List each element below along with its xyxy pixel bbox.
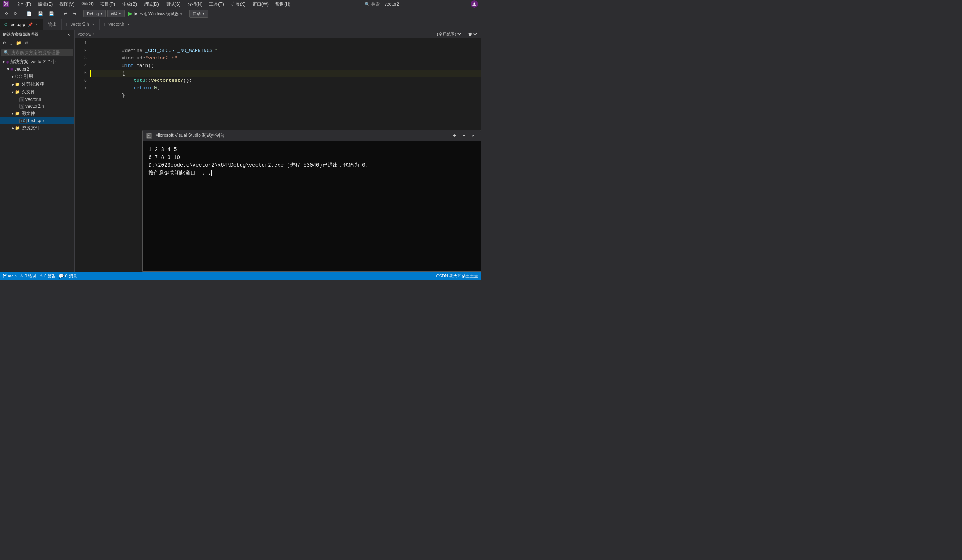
console-window: Microsoft Visual Studio 调试控制台 + ▾ × 1 2 … (142, 130, 481, 272)
console-add-tab-btn[interactable]: + (450, 132, 458, 140)
tab-close-vectorh[interactable]: × (126, 22, 130, 27)
solution-arrow: ▼ (2, 60, 6, 64)
sync-btn[interactable]: ⟳ (2, 40, 8, 47)
platform-dropdown[interactable]: x64 ▾ (107, 10, 124, 17)
refs-label: 引用 (24, 73, 33, 80)
status-bar: main ⚠ 0 错误 ⚠ 0 警告 💬 0 消息 CSDN @大耳朵土土生 (0, 272, 481, 280)
tab-vector2h[interactable]: h vector2.h × (62, 19, 100, 29)
menu-test[interactable]: 测试(S) (163, 0, 184, 8)
collapse-sidebar-btn[interactable]: — (58, 31, 65, 37)
tree-refs[interactable]: ▶ ⬡⬡ 引用 (0, 72, 74, 80)
properties-btn[interactable]: ⚙ (24, 40, 30, 47)
solution-label: 解决方案 'vector2' (1个 (10, 59, 56, 65)
tab-vectorh[interactable]: h vector.h × (100, 19, 135, 29)
toolbar-sep-2 (59, 10, 59, 18)
tab-output[interactable]: 输出 (44, 19, 62, 29)
external-arrow: ▶ (10, 83, 15, 86)
menu-view[interactable]: 视图(V) (56, 0, 77, 8)
console-close-btn[interactable]: × (470, 132, 477, 140)
code-line-5: tutu::vectortest7(); (90, 69, 481, 77)
back-btn[interactable]: ⟲ (2, 10, 10, 17)
tree-resources[interactable]: ▶ 📁 资源文件 (0, 124, 74, 132)
console-body: 1 2 3 4 5 6 7 8 9 10 D:\2023code.c\vecto… (142, 141, 481, 271)
editor-area: vector2 › (全局范围) ⬟ 1 2 3 4 5 6 7 (75, 30, 481, 272)
menu-help[interactable]: 帮助(H) (272, 0, 294, 8)
config-dropdown[interactable]: Debug ▾ (83, 10, 106, 17)
resources-label: 资源文件 (22, 125, 40, 131)
tree-sources[interactable]: ▼ 📁 源文件 (0, 109, 74, 117)
git-branch[interactable]: main (3, 274, 17, 278)
redo-btn[interactable]: ↪ (71, 10, 79, 17)
menu-window[interactable]: 窗口(W) (250, 0, 271, 8)
user-avatar[interactable] (471, 0, 478, 8)
console-cursor (211, 171, 212, 176)
editor-nav-bar: vector2 › (全局范围) ⬟ (75, 30, 481, 38)
toolbar-sep-3 (81, 10, 81, 18)
fwd-btn[interactable]: ⟳ (11, 10, 19, 17)
menu-analyze[interactable]: 分析(N) (184, 0, 206, 8)
vs-logo (3, 1, 9, 7)
menu-build[interactable]: 生成(B) (119, 0, 140, 8)
close-sidebar-btn[interactable]: × (66, 31, 71, 37)
error-count[interactable]: ⚠ 0 错误 (20, 273, 36, 279)
console-line-1: 1 2 3 4 5 (148, 146, 475, 154)
headers-label: 头文件 (22, 89, 35, 95)
tree-vector-h[interactable]: h vector.h (0, 96, 74, 103)
console-dropdown-btn[interactable]: ▾ (462, 133, 466, 138)
project-label: vector2 (15, 66, 29, 72)
scope-dropdown[interactable]: (全局范围) (435, 31, 462, 37)
status-right: CSDN @大耳朵土土生 (436, 273, 478, 279)
run-button[interactable]: ▶ ▶ 本地 Windows 调试器 ▾ (126, 10, 184, 18)
undo-btn[interactable]: ↩ (61, 10, 69, 17)
tree-headers[interactable]: ▼ 📁 头文件 (0, 88, 74, 96)
search-input[interactable] (11, 50, 71, 55)
menu-file[interactable]: 文件(F) (13, 0, 34, 8)
svg-rect-2 (147, 134, 151, 138)
window-title: 🔍 搜索 vector2 (298, 2, 466, 7)
menu-bar: 文件(F) 编辑(E) 视图(V) Git(G) 项目(P) 生成(B) 调试(… (13, 0, 294, 8)
function-dropdown[interactable]: ⬟ (467, 31, 478, 37)
project-arrow: ▼ (6, 67, 10, 71)
sources-label: 源文件 (22, 110, 35, 117)
menu-debug[interactable]: 调试(D) (140, 0, 162, 8)
toolbar-sep-1 (22, 10, 22, 18)
resources-arrow: ▶ (10, 126, 15, 130)
svg-rect-0 (7, 2, 8, 6)
breadcrumb-file[interactable]: vector2 (78, 32, 91, 36)
auto-dropdown[interactable]: 自动 ▾ (189, 10, 208, 18)
tree-test-cpp[interactable]: +C test.cpp (0, 117, 74, 124)
vector-h-label: vector.h (26, 97, 41, 102)
menu-tools[interactable]: 工具(T) (206, 0, 227, 8)
save-btn[interactable]: 💾 (36, 10, 45, 17)
code-line-1: #define _CRT_SECURE_NO_WARNINGS 1 (90, 40, 481, 47)
console-title-bar: Microsoft Visual Studio 调试控制台 + ▾ × (142, 130, 481, 141)
vector2-h-label: vector2.h (26, 103, 44, 109)
message-count[interactable]: 💬 0 消息 (59, 273, 77, 279)
warning-count[interactable]: ⚠ 0 警告 (39, 273, 56, 279)
menu-edit[interactable]: 编辑(E) (35, 0, 56, 8)
sidebar-toolbar: ⟳ ↕ 📁 ⚙ (0, 39, 74, 47)
svg-point-5 (3, 277, 5, 278)
tab-close-test[interactable]: × (35, 22, 39, 27)
tab-close-vector2h[interactable]: × (91, 22, 95, 27)
solution-search[interactable]: 🔍 (2, 49, 73, 56)
tree-external[interactable]: ▶ 📁 外部依赖项 (0, 80, 74, 88)
console-icon (146, 133, 152, 139)
sources-arrow: ▼ (10, 112, 15, 116)
menu-git[interactable]: Git(G) (78, 0, 97, 8)
tab-test-cpp[interactable]: C test.cpp 📌 × (0, 19, 44, 29)
tree-project[interactable]: ▼ ■ vector2 (0, 66, 74, 72)
console-line-2: 6 7 8 9 10 (148, 154, 475, 161)
collapse-all-btn[interactable]: ↕ (9, 40, 14, 47)
save-all-btn[interactable]: 💾 (47, 10, 56, 17)
new-folder-btn[interactable]: 📁 (15, 40, 23, 47)
test-cpp-label: test.cpp (28, 118, 44, 123)
menu-project[interactable]: 项目(P) (97, 0, 118, 8)
new-file-btn[interactable]: 📄 (24, 10, 34, 17)
main-layout: 解决方案资源管理器 — × ⟳ ↕ 📁 ⚙ 🔍 ▼ ◈ 解决方案 'vector… (0, 30, 481, 272)
search-icon: 🔍 (4, 50, 9, 55)
menu-extensions[interactable]: 扩展(X) (228, 0, 249, 8)
tree-solution[interactable]: ▼ ◈ 解决方案 'vector2' (1个 (0, 58, 74, 66)
tree-vector2-h[interactable]: h vector2.h (0, 103, 74, 109)
console-title: Microsoft Visual Studio 调试控制台 (155, 132, 447, 139)
